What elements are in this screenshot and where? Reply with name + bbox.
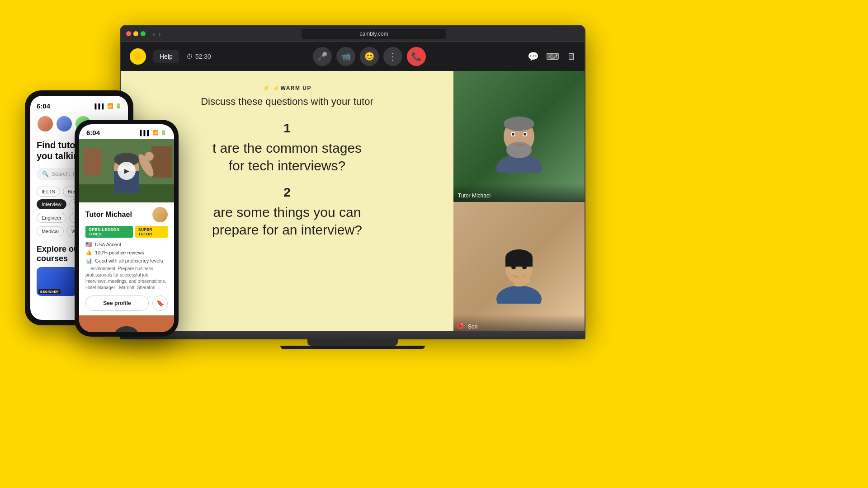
tag-medical[interactable]: Medical [37, 226, 64, 236]
svg-rect-13 [505, 258, 533, 267]
laptop-stand [307, 339, 398, 346]
phone-front-status-icons: ▌▌▌ 📶 🔋 [140, 130, 167, 136]
close-button[interactable] [126, 31, 131, 36]
svg-point-7 [512, 133, 514, 136]
tag-engineer[interactable]: Engineer [37, 213, 66, 223]
svg-point-16 [517, 276, 530, 285]
video-play-button[interactable]: ▶ [118, 162, 136, 180]
bookmark-button[interactable]: 🔖 [152, 296, 168, 311]
toolbar-center-controls: 🎤 📹 😊 ⋮ 📞 [313, 47, 426, 66]
avatar-2 [56, 115, 73, 132]
tutor-profile-section: Tutor Michael OPEN LESSON TIMES SUPER TU… [79, 202, 174, 315]
cambly-logo: ☀️ [130, 48, 146, 65]
student-face [453, 202, 585, 332]
svg-point-8 [524, 133, 526, 136]
tutor-video: Tutor Michael [453, 71, 585, 202]
see-profile-button[interactable]: See profile [85, 296, 149, 311]
tag-interview[interactable]: Interview [37, 199, 66, 209]
toolbar-right-controls: 💬 ⌨ 🖥 [528, 51, 576, 62]
tutor-face [453, 71, 585, 202]
accent-text: USA Accent [95, 242, 121, 247]
question-2-number: 2 [212, 185, 362, 200]
phone-front: 6:04 ▌▌▌ 📶 🔋 [75, 120, 179, 337]
student-avatar-svg [492, 231, 546, 304]
app-content: ⚡ ⚡WARM UP Discuss these questions with … [121, 71, 585, 332]
student-video-label: Son [468, 324, 477, 330]
svg-point-25 [145, 152, 154, 161]
tutor-avatar-svg [492, 100, 546, 173]
super-tutor-badge: SUPER TUTOR [135, 226, 168, 238]
svg-point-4 [504, 117, 534, 131]
question-1-number: 1 [212, 121, 362, 136]
laptop: ‹ › cambly.com ☀️ Help ⏱ 52:30 🎤 📹 😊 ⋮ 📞 [120, 25, 585, 368]
phone-front-time: 6:04 [86, 129, 100, 136]
mute-button[interactable]: 🎤 [313, 47, 332, 66]
phone-back-status-icons: ▌▌▌ 📶 🔋 [95, 103, 122, 109]
proficiency-icon: 📊 [85, 258, 92, 264]
bottom-tutor-thumbnail[interactable]: ▶ [79, 315, 174, 332]
tutor-bio: ... environment. Prepare business profes… [85, 266, 168, 291]
question-2-text: are some things you canprepare for an in… [212, 203, 362, 239]
svg-point-3 [506, 142, 532, 158]
more-options-button[interactable]: ⋮ [383, 47, 402, 66]
beginner-badge: BEGINNER [38, 289, 61, 294]
svg-point-9 [496, 286, 542, 304]
battery-icon-front: 🔋 [160, 130, 167, 136]
signal-icon: ▌▌▌ [95, 103, 105, 109]
browser-nav: ‹ › [153, 30, 160, 38]
svg-point-14 [511, 266, 516, 269]
maximize-button[interactable] [141, 31, 146, 36]
proficiency-text: Good with all proficiency levels [95, 258, 163, 263]
chat-icon[interactable]: 💬 [528, 51, 539, 62]
proficiency-detail: 📊 Good with all proficiency levels [85, 258, 168, 264]
battery-icon: 🔋 [115, 103, 122, 109]
tutor-video-thumbnail[interactable]: ▶ [79, 139, 174, 202]
tutor-badges: OPEN LESSON TIMES SUPER TUTOR [85, 226, 168, 238]
tutor-name: Tutor Michael [85, 211, 132, 219]
mic-muted-icon: 🎤 [457, 322, 464, 329]
laptop-foot [280, 346, 425, 349]
video-toggle-button[interactable]: 📹 [336, 47, 355, 66]
warm-up-badge: ⚡ ⚡WARM UP [263, 84, 311, 91]
minimize-button[interactable] [133, 31, 138, 36]
back-button[interactable]: ‹ [153, 30, 155, 38]
help-button[interactable]: Help [153, 50, 179, 63]
phone-front-screen: 6:04 ▌▌▌ 📶 🔋 [79, 124, 174, 332]
question-1: 1 t are the common stagesfor tech interv… [212, 121, 362, 174]
course-card-1[interactable]: BEGINNER [37, 267, 77, 296]
student-video-label-bar: 🎤 Son [453, 314, 585, 332]
forward-button[interactable]: › [159, 30, 161, 38]
phone-front-status-bar: 6:04 ▌▌▌ 📶 🔋 [79, 124, 174, 139]
emoji-button[interactable]: 😊 [360, 47, 379, 66]
search-icon: 🔍 [42, 171, 49, 177]
url-bar[interactable]: cambly.com [302, 29, 446, 39]
tutor-profile-header: Tutor Michael [85, 207, 168, 222]
laptop-base [120, 332, 585, 339]
student-video: 🎤 Son [453, 202, 585, 332]
screen-share-icon[interactable]: 🖥 [566, 52, 576, 62]
end-call-button[interactable]: 📞 [407, 47, 426, 66]
browser-bar: ‹ › cambly.com [121, 26, 585, 42]
session-timer: ⏱ 52:30 [186, 53, 211, 60]
avatar-1 [37, 115, 54, 132]
wifi-icon: 📶 [107, 103, 113, 109]
bottom-thumb-image [79, 315, 174, 332]
question-1-text: t are the common stagesfor tech intervie… [212, 139, 362, 174]
tutor-video-label: Tutor Michael [458, 192, 491, 199]
open-lesson-badge: OPEN LESSON TIMES [85, 226, 133, 238]
signal-icon-front: ▌▌▌ [140, 130, 151, 136]
svg-rect-20 [151, 146, 172, 178]
video-panel: Tutor Michael [453, 71, 585, 332]
tag-ielts[interactable]: IELTS [37, 187, 60, 197]
phone-back-time: 6:04 [37, 102, 50, 110]
svg-rect-19 [84, 148, 102, 175]
phone-back-status-bar: 6:04 ▌▌▌ 📶 🔋 [37, 102, 122, 110]
profile-action-buttons: See profile 🔖 [85, 296, 168, 311]
laptop-body: ‹ › cambly.com ☀️ Help ⏱ 52:30 🎤 📹 😊 ⋮ 📞 [120, 25, 585, 332]
keyboard-icon[interactable]: ⌨ [546, 51, 559, 62]
flag-icon: 🇺🇸 [85, 241, 92, 248]
reviews-text: 100% positive reviews [95, 250, 144, 255]
reviews-detail: 👍 100% positive reviews [85, 249, 168, 256]
wifi-icon-front: 📶 [152, 130, 159, 136]
thumbs-up-icon: 👍 [85, 249, 92, 256]
